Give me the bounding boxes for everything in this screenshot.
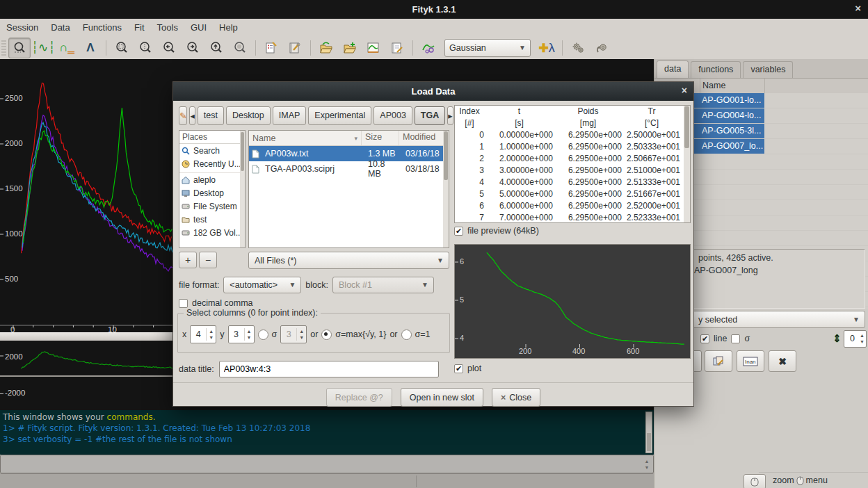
y-tick-label: 2000 <box>5 139 23 147</box>
sigma-max-radio[interactable] <box>321 330 332 340</box>
fit-undo-button[interactable] <box>590 38 613 58</box>
decimal-comma-checkbox[interactable] <box>179 299 188 308</box>
save-plot-image-button[interactable] <box>362 38 385 58</box>
chevron-right-icon: ▸ <box>448 111 452 121</box>
aux2-y-label: -2000 <box>5 389 25 397</box>
load-data-custom-button[interactable] <box>339 38 361 58</box>
path-forward-button[interactable]: ▸ <box>447 106 453 125</box>
place-desktop[interactable]: Desktop <box>179 186 245 200</box>
save-script-button[interactable] <box>386 38 408 58</box>
places-scrollbar[interactable] <box>240 131 245 247</box>
fit-run-button[interactable] <box>567 38 589 58</box>
edit-data-button[interactable] <box>705 350 732 372</box>
command-history-spinner[interactable]: ▲▼ <box>642 456 652 472</box>
place-volume[interactable]: 182 GB Vol... <box>179 226 245 239</box>
remove-place-button[interactable]: − <box>199 252 217 268</box>
menu-tools[interactable]: Tools <box>151 20 184 35</box>
load-data-button[interactable] <box>315 38 337 58</box>
path-segment-experimental[interactable]: Experimental <box>308 106 371 125</box>
point-size-spinner[interactable]: 0 ▲▼ <box>844 330 867 348</box>
places-panel: Places Search Recently U... aleplo Deskt… <box>179 130 246 248</box>
delete-data-button[interactable]: ✖ <box>769 350 796 372</box>
place-home[interactable]: aleplo <box>179 172 245 186</box>
place-file-system[interactable]: File System <box>179 200 245 213</box>
type-location-button[interactable]: ✎ <box>179 106 187 125</box>
close-button[interactable]: ×Close <box>492 388 540 407</box>
tab-data[interactable]: data <box>657 60 689 78</box>
dataset-name: AP-GO007_lo... <box>702 141 763 151</box>
dialog-title-bar[interactable]: Load Data × <box>173 82 693 101</box>
column-name[interactable]: Name▾ <box>249 131 362 145</box>
file-preview-label: file preview (64kB) <box>467 226 539 236</box>
preferences-button[interactable] <box>284 38 306 58</box>
zoom-previous-button[interactable] <box>229 38 251 58</box>
data-range-mode-button[interactable]: ┆∿┆ <box>32 38 54 58</box>
path-segment-tga[interactable]: TGA <box>415 106 445 125</box>
place-search[interactable]: Search <box>179 144 245 157</box>
decimal-comma-row: decimal comma <box>179 298 253 308</box>
path-segment-test[interactable]: test <box>198 106 224 125</box>
zoom-up-button[interactable] <box>205 38 227 58</box>
preview-table-scrollbar[interactable] <box>684 106 690 222</box>
add-vertical-mode-button[interactable]: Λ <box>79 38 102 58</box>
tab-variables[interactable]: variables <box>743 61 793 78</box>
zoom-left-button[interactable] <box>158 38 180 58</box>
window-close-icon[interactable]: × <box>855 2 861 14</box>
menu-fit[interactable]: Fit <box>128 20 150 35</box>
console-scrollbar[interactable] <box>645 412 652 453</box>
command-input[interactable] <box>2 457 638 473</box>
sigma-column-radio[interactable] <box>258 330 268 340</box>
path-segment-ap003[interactable]: AP003 <box>373 106 412 125</box>
function-tools-button[interactable] <box>417 38 440 58</box>
zoom-right-button[interactable] <box>182 38 204 58</box>
data-title-input[interactable] <box>219 361 439 377</box>
zoom-vertical-button[interactable] <box>134 38 156 58</box>
edit-script-button[interactable] <box>260 38 282 58</box>
zoom-all-button[interactable] <box>111 38 133 58</box>
add-place-button[interactable]: + <box>179 252 197 268</box>
rename-data-button[interactable]: Inan <box>737 350 764 372</box>
column-size[interactable]: Size <box>362 131 399 145</box>
file-list-scrollbar[interactable] <box>443 131 449 247</box>
line-checkbox[interactable]: ✔ <box>700 334 709 343</box>
tab-functions[interactable]: functions <box>691 61 741 78</box>
edit-data-icon <box>712 355 725 368</box>
file-format-combo[interactable]: <automatic> ▼ <box>223 277 301 293</box>
data-title-row: data title: <box>179 360 450 378</box>
dialog-close-icon[interactable]: × <box>682 85 687 96</box>
menu-session[interactable]: Session <box>0 20 45 35</box>
menu-gui[interactable]: GUI <box>184 20 213 35</box>
preview-units-row: [#][s][mg][°C] <box>455 117 690 129</box>
file-row[interactable]: TGA-AP003.sciprj 10.8 MB 03/18/18 <box>249 161 449 177</box>
menu-functions[interactable]: Functions <box>77 20 128 35</box>
place-test[interactable]: test <box>179 213 245 226</box>
mouse-hints-button[interactable] <box>744 474 766 488</box>
menu-data[interactable]: Data <box>45 20 76 35</box>
path-back-button[interactable]: ◂ <box>189 106 195 125</box>
sigma-checkbox[interactable] <box>731 334 740 343</box>
x-column-spinner[interactable]: 4▲▼ <box>190 325 216 343</box>
file-format-label: file format: <box>179 280 219 290</box>
zoom-mode-button[interactable] <box>8 38 31 58</box>
toolbar-grip[interactable] <box>1 40 6 56</box>
file-size: 10.8 MB <box>364 159 402 179</box>
path-segment-imap[interactable]: IMAP <box>273 106 307 125</box>
menu-help[interactable]: Help <box>213 20 244 35</box>
path-segment-desktop[interactable]: Desktop <box>226 106 271 125</box>
file-row-selected[interactable]: AP003w.txt 1.3 MB 03/16/18 <box>249 146 449 161</box>
open-in-new-slot-button[interactable]: Open in new slot <box>401 388 483 407</box>
place-recently-used[interactable]: Recently U... <box>179 157 245 170</box>
sigma-max-label: σ=max{√y, 1} <box>335 330 386 339</box>
preview-x-tick: 200 <box>519 347 531 355</box>
plot-checkbox[interactable]: ✔ <box>454 364 463 373</box>
add-peak-mode-button[interactable]: ∩‗ <box>56 38 78 58</box>
y-column-spinner[interactable]: 3▲▼ <box>228 325 255 343</box>
dataset-info-title: AP-GO007_long <box>694 266 758 275</box>
sigma-one-radio[interactable] <box>401 330 412 340</box>
add-function-button[interactable]: ✚λ <box>536 38 558 58</box>
mouse-icon <box>796 476 805 485</box>
function-type-combo[interactable]: Gaussian ▼ <box>444 39 531 57</box>
file-filter-combo[interactable]: All Files (*) ▼ <box>248 252 449 269</box>
column-modified[interactable]: Modified <box>399 131 444 145</box>
file-preview-checkbox[interactable]: ✔ <box>454 227 463 236</box>
